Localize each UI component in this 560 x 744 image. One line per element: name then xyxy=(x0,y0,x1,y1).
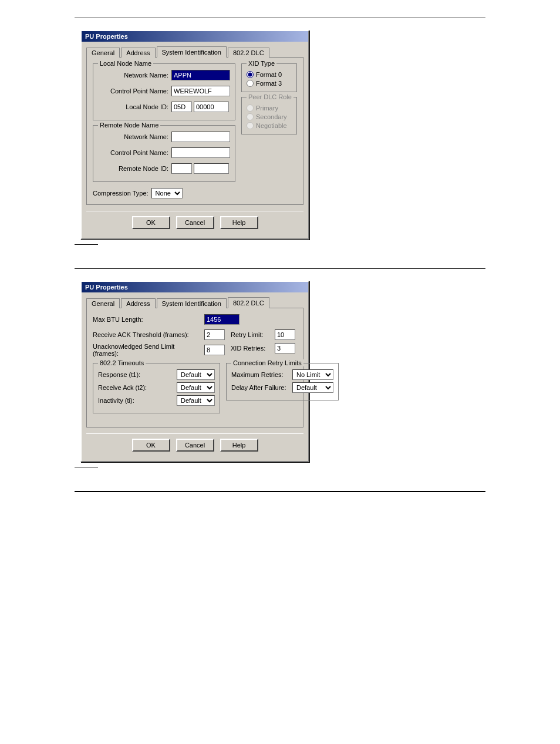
tab-dlc-1[interactable]: 802.2 DLC xyxy=(228,48,269,58)
remote-node-fieldset: Remote Node Name Network Name: Control P… xyxy=(93,125,235,182)
network-name-group: Network Name: xyxy=(98,70,230,80)
retry-col: Retry Limit: XID Retries: xyxy=(231,329,297,360)
negotiable-radio xyxy=(247,122,254,129)
xid-type-fieldset: XID Type Format 0 Format 3 xyxy=(241,63,297,92)
dialog-2-buttons: OK Cancel Help xyxy=(86,433,303,456)
tab-address-1[interactable]: Address xyxy=(121,48,155,58)
dialog-1-body: General Address System Identification 80… xyxy=(82,42,308,238)
unack-send-label: Unacknowledged Send Limit (frames): xyxy=(93,343,201,357)
peer-dlc-fieldset: Peer DLC Role Primary Secondary xyxy=(241,97,297,134)
compression-select[interactable]: None xyxy=(151,188,183,198)
xid-retries-label: XID Retries: xyxy=(231,345,272,352)
timeouts-content: Response (t1): Default Receive Ack (t2): xyxy=(98,369,215,406)
conn-retry-fieldset: Connection Retry Limits Maximum Retries:… xyxy=(226,363,339,400)
dialog-2-titlebar: PU Properties xyxy=(82,282,308,292)
negotiable-label: Negotiable xyxy=(256,122,287,129)
secondary-radio xyxy=(247,113,254,120)
format3-item[interactable]: Format 3 xyxy=(247,80,292,87)
max-retries-row: Maximum Retries: No Limit xyxy=(231,369,333,380)
compression-label: Compression Type: xyxy=(93,190,149,197)
bottom-rule-container xyxy=(75,491,485,492)
help-button-1[interactable]: Help xyxy=(220,216,258,229)
retry-limit-label: Retry Limit: xyxy=(231,331,272,338)
remote-node-legend: Remote Node Name xyxy=(98,122,160,129)
receive-ack-col: Receive ACK Threshold (frames): Unacknow… xyxy=(93,329,225,360)
format0-radio[interactable] xyxy=(247,71,254,78)
xid-retries-input[interactable] xyxy=(275,343,295,354)
delay-after-select[interactable]: Default xyxy=(292,382,333,393)
compression-row: Compression Type: None xyxy=(93,188,235,198)
unack-send-group: Unacknowledged Send Limit (frames): xyxy=(93,343,225,357)
control-point-input[interactable] xyxy=(171,86,230,96)
timeouts-col: 802.2 Timeouts Response (t1): Default xyxy=(93,363,220,418)
small-rule-2 xyxy=(75,467,98,467)
max-retries-select[interactable]: No Limit xyxy=(292,369,333,380)
network-name-input[interactable] xyxy=(171,70,230,80)
remote-control-point-group: Control Point Name: xyxy=(98,147,230,158)
remote-network-name-input[interactable] xyxy=(171,132,230,142)
remote-network-name-label: Network Name: xyxy=(98,133,168,140)
response-select[interactable]: Default xyxy=(177,369,215,380)
ok-button-1[interactable]: OK xyxy=(132,216,170,229)
remote-control-point-input[interactable] xyxy=(171,147,230,158)
remote-node-content: Network Name: Control Point Name: Remote… xyxy=(98,132,230,177)
tab-sysid-1[interactable]: System Identification xyxy=(157,46,227,58)
dialog-1-tab-content: Local Node Name Network Name: Control Po… xyxy=(86,57,303,205)
retry-limit-input[interactable] xyxy=(275,329,295,340)
help-button-2[interactable]: Help xyxy=(220,439,258,452)
cancel-button-2[interactable]: Cancel xyxy=(176,439,214,452)
top-rule-2 xyxy=(75,268,485,269)
remote-node-id-input2[interactable] xyxy=(194,163,229,174)
conn-retry-col: Connection Retry Limits Maximum Retries:… xyxy=(226,363,339,418)
max-btu-input[interactable] xyxy=(204,314,239,325)
ok-button-2[interactable]: OK xyxy=(132,439,170,452)
conn-retry-legend: Connection Retry Limits xyxy=(231,359,303,366)
local-node-id-input1[interactable] xyxy=(171,102,192,112)
remote-node-id-input1[interactable] xyxy=(171,163,192,174)
network-name-label: Network Name: xyxy=(98,72,168,79)
tab-general-2[interactable]: General xyxy=(86,298,120,308)
secondary-item: Secondary xyxy=(247,113,292,120)
dialog-1: PU Properties General Address System Ide… xyxy=(80,30,309,240)
tab-sysid-2[interactable]: System Identification xyxy=(157,298,227,308)
remote-network-name-group: Network Name: xyxy=(98,132,230,142)
inactivity-label: Inactivity (ti): xyxy=(98,397,174,404)
timeouts-legend: 802.2 Timeouts xyxy=(98,359,146,366)
conn-retry-content: Maximum Retries: No Limit Delay After Fa… xyxy=(231,369,333,393)
receive-ack-input[interactable] xyxy=(204,329,225,340)
format0-label: Format 0 xyxy=(256,71,282,78)
receive-ack-t2-select[interactable]: Default xyxy=(177,382,215,393)
page-wrapper: PU Properties General Address System Ide… xyxy=(0,0,560,744)
control-point-group: Control Point Name: xyxy=(98,86,230,96)
negotiable-item: Negotiable xyxy=(247,122,292,129)
dialog-1-titlebar: PU Properties xyxy=(82,31,308,42)
local-node-id-inputs xyxy=(171,102,229,112)
max-btu-group: Max BTU Length: xyxy=(93,314,297,325)
primary-radio xyxy=(247,105,254,112)
format3-radio[interactable] xyxy=(247,80,254,87)
cancel-button-1[interactable]: Cancel xyxy=(176,216,214,229)
sysid-right: XID Type Format 0 Format 3 xyxy=(241,63,297,198)
remote-control-point-label: Control Point Name: xyxy=(98,149,168,156)
tab-dlc-2[interactable]: 802.2 DLC xyxy=(228,297,269,308)
dialog-1-title: PU Properties xyxy=(85,33,128,40)
sysid-two-col: Local Node Name Network Name: Control Po… xyxy=(93,63,297,198)
remote-node-id-label: Remote Node ID: xyxy=(98,165,168,172)
format0-item[interactable]: Format 0 xyxy=(247,71,292,78)
dialog-1-tabs: General Address System Identification 80… xyxy=(86,46,303,58)
dialog-2-title: PU Properties xyxy=(85,284,128,291)
max-retries-label: Maximum Retries: xyxy=(231,371,290,378)
tab-general-1[interactable]: General xyxy=(86,48,120,58)
local-node-id-input2[interactable] xyxy=(194,102,229,112)
receive-ack-label: Receive ACK Threshold (frames): xyxy=(93,331,201,338)
tab-address-2[interactable]: Address xyxy=(121,298,155,308)
receive-retry-row: Receive ACK Threshold (frames): Unacknow… xyxy=(93,329,297,360)
inactivity-select[interactable]: Default xyxy=(177,395,215,406)
peer-dlc-legend: Peer DLC Role xyxy=(247,93,294,100)
max-btu-label: Max BTU Length: xyxy=(93,316,201,323)
dialog-2: PU Properties General Address System Ide… xyxy=(80,281,309,462)
timeouts-conn-row: 802.2 Timeouts Response (t1): Default xyxy=(93,363,297,418)
unack-send-input[interactable] xyxy=(204,345,225,355)
remote-node-id-group: Remote Node ID: xyxy=(98,163,230,174)
inactivity-row: Inactivity (ti): Default xyxy=(98,395,215,406)
